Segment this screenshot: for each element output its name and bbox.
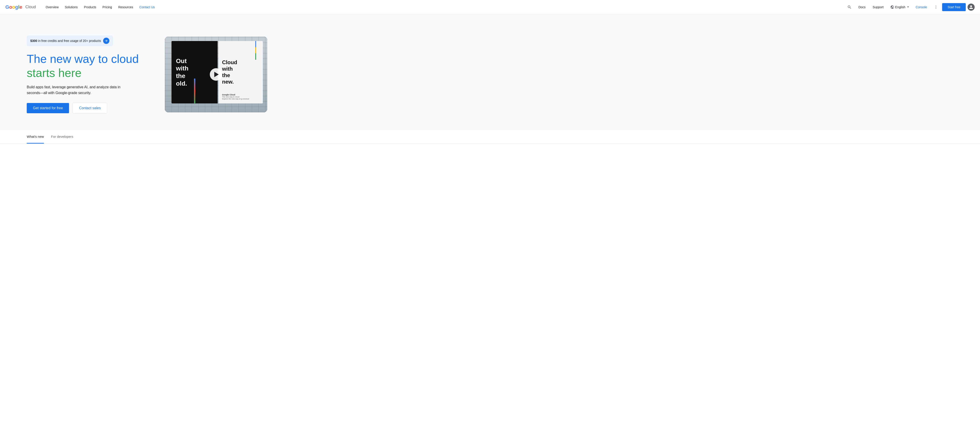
search-icon <box>847 5 852 10</box>
billboard-left-stripe <box>194 78 195 104</box>
tabs-list: What's new For developers <box>27 130 953 144</box>
svg-point-0 <box>935 5 936 6</box>
docs-link[interactable]: Docs <box>856 3 868 11</box>
content-tabs: What's new For developers <box>0 130 980 144</box>
play-icon <box>214 72 219 77</box>
google-logo: G o o g l e <box>5 4 22 10</box>
billboard-right-text: Cloudwiththenew. <box>222 59 259 85</box>
billboard-tagline: The new way to cloud. <box>222 96 259 98</box>
tab-for-developers[interactable]: For developers <box>51 130 73 144</box>
hero-video-area: Outwiththeold. Cloudwiththenew. Google C… <box>165 37 267 112</box>
nav-item-pricing[interactable]: Pricing <box>100 3 115 11</box>
hero-section: $300 in free credits and free usage of 2… <box>0 14 980 130</box>
console-link[interactable]: Console <box>913 3 930 11</box>
nav-item-solutions[interactable]: Solutions <box>62 3 80 11</box>
globe-icon <box>890 5 894 9</box>
svg-point-1 <box>935 7 936 7</box>
avatar-icon <box>969 5 974 10</box>
language-selector[interactable]: English <box>888 3 911 11</box>
nav-item-overview[interactable]: Overview <box>43 3 61 11</box>
promo-arrow-button[interactable] <box>103 38 109 44</box>
hero-subtitle: Build apps fast, leverage generative AI,… <box>27 84 129 96</box>
billboard-right-stripe <box>255 41 256 60</box>
promo-banner: $300 in free credits and free usage of 2… <box>27 35 113 46</box>
hero-actions: Get started for free Contact sales <box>27 103 147 113</box>
cloud-label: Cloud <box>25 5 36 10</box>
nav-right-actions: Docs Support English Console Start free <box>845 3 975 11</box>
arrow-right-icon <box>105 39 108 43</box>
billboard-brand-area: Google Cloud The new way to cloud. Explo… <box>222 94 259 100</box>
nav-item-products[interactable]: Products <box>81 3 99 11</box>
hero-content: $300 in free credits and free usage of 2… <box>27 35 147 114</box>
svg-point-2 <box>935 8 936 9</box>
language-label: English <box>895 5 905 9</box>
search-button[interactable] <box>845 3 854 11</box>
hero-video[interactable]: Outwiththeold. Cloudwiththenew. Google C… <box>165 37 267 112</box>
nav-item-contact-us[interactable]: Contact Us <box>137 3 158 11</box>
promo-bold: $300 <box>30 39 37 43</box>
promo-rest: in free credits and free usage of 20+ pr… <box>37 39 101 43</box>
user-avatar[interactable] <box>967 3 975 11</box>
promo-text: $300 in free credits and free usage of 2… <box>30 39 101 43</box>
nav-links: Overview Solutions Products Pricing Reso… <box>43 3 845 11</box>
hero-title-line2: starts here <box>27 66 147 80</box>
billboard-right-panel: Cloudwiththenew. Google Cloud The new wa… <box>218 41 263 104</box>
more-options-button[interactable] <box>931 3 940 11</box>
support-link[interactable]: Support <box>870 3 886 11</box>
play-button[interactable] <box>210 68 222 81</box>
get-started-button[interactable]: Get started for free <box>27 103 69 113</box>
chevron-down-icon <box>907 6 909 8</box>
hero-title: The new way to cloud starts here <box>27 53 147 80</box>
dots-vertical-icon <box>934 5 938 10</box>
nav-item-resources[interactable]: Resources <box>116 3 136 11</box>
start-free-button[interactable]: Start free <box>942 3 966 11</box>
billboard-brand-name: Google Cloud <box>222 94 259 96</box>
billboard-url: Explore the new way at g.co/cloud <box>222 98 259 100</box>
contact-sales-button[interactable]: Contact sales <box>73 103 107 113</box>
hero-title-line1: The new way to cloud <box>27 53 147 66</box>
logo[interactable]: G o o g l e Cloud <box>5 4 36 10</box>
navbar: G o o g l e Cloud Overview Solutions Pro… <box>0 0 980 14</box>
tab-whats-new[interactable]: What's new <box>27 130 44 144</box>
